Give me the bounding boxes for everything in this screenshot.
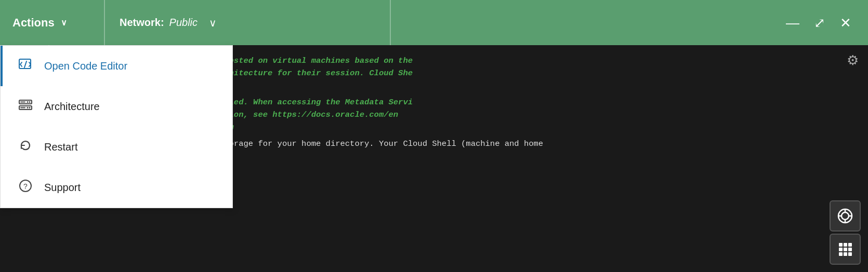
menu-item-label: Support: [44, 182, 81, 194]
svg-point-4: [27, 101, 29, 103]
svg-rect-22: [848, 248, 852, 251]
network-value: Public: [169, 17, 198, 29]
actions-button[interactable]: Actions ∨: [0, 0, 105, 45]
svg-rect-17: [839, 243, 843, 247]
maximize-button[interactable]: ⤢: [814, 16, 825, 30]
close-button[interactable]: ✕: [840, 16, 851, 30]
top-bar: Actions ∨ Network: Public ∨ — ⤢ ✕: [0, 0, 868, 45]
restart-icon: [17, 138, 34, 156]
support-icon: ?: [17, 179, 34, 196]
actions-dropdown: Open Code Editor Architecture: [0, 45, 233, 208]
overlay-buttons: [830, 200, 861, 265]
help-lifebuoy-button[interactable]: [830, 200, 861, 232]
svg-rect-20: [839, 248, 843, 251]
svg-rect-18: [844, 243, 847, 247]
menu-item-label: Open Code Editor: [44, 60, 127, 72]
svg-point-6: [27, 107, 29, 108]
svg-rect-25: [848, 252, 852, 256]
svg-rect-19: [848, 243, 852, 247]
svg-rect-21: [844, 248, 847, 251]
minimize-button[interactable]: —: [786, 16, 799, 30]
menu-item-open-code-editor[interactable]: Open Code Editor: [1, 46, 232, 86]
grid-button[interactable]: [830, 234, 861, 265]
menu-item-architecture[interactable]: Architecture: [1, 86, 232, 127]
network-chevron-icon: ∨: [209, 17, 217, 29]
svg-text:?: ?: [23, 182, 28, 191]
menu-item-label: Architecture: [44, 101, 100, 113]
svg-point-3: [29, 101, 31, 103]
actions-label: Actions: [12, 16, 55, 30]
dropdown-arrow: [42, 45, 56, 52]
network-selector[interactable]: Network: Public ∨: [105, 0, 391, 45]
settings-button[interactable]: ⚙: [847, 52, 859, 69]
code-editor-icon: [17, 57, 34, 75]
menu-item-restart[interactable]: Restart: [1, 127, 232, 167]
topbar-spacer: [391, 0, 769, 45]
network-label: Network:: [120, 17, 164, 29]
architecture-icon: [17, 98, 34, 115]
window-controls: — ⤢ ✕: [769, 0, 868, 45]
menu-item-label: Restart: [44, 141, 77, 153]
svg-rect-23: [839, 252, 843, 256]
svg-point-12: [841, 212, 849, 220]
svg-rect-24: [844, 252, 847, 256]
terminal-settings-area: ⚙: [837, 45, 868, 76]
menu-item-support[interactable]: ? Support: [1, 167, 232, 208]
svg-point-5: [29, 107, 31, 108]
actions-chevron-icon: ∨: [61, 18, 67, 28]
